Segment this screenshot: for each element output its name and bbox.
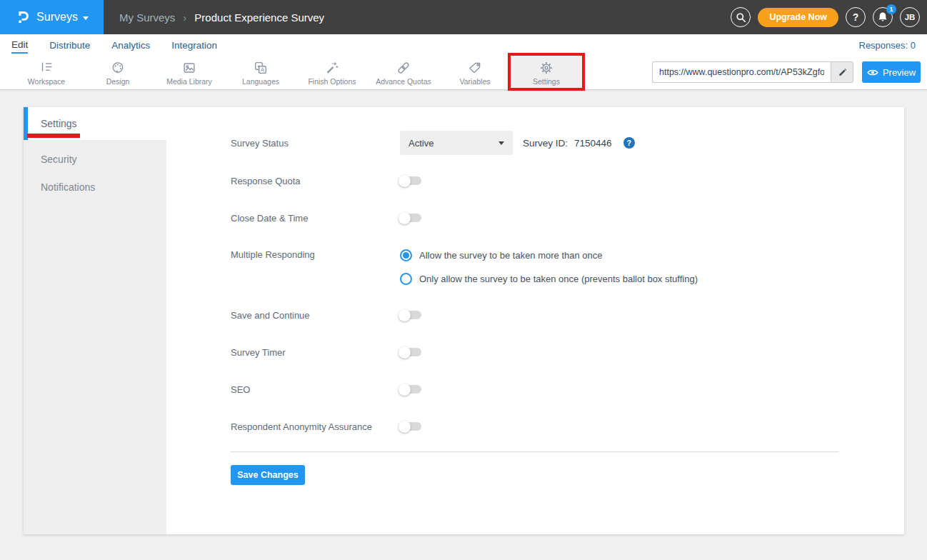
- svg-text:A: A: [261, 66, 264, 73]
- search-button[interactable]: [731, 7, 751, 27]
- save-and-continue-label: Save and Continue: [231, 310, 400, 321]
- survey-status-select[interactable]: Active: [400, 131, 513, 155]
- survey-subnav: Edit Distribute Analytics Integration Re…: [0, 34, 927, 56]
- toolbar-item-label: Settings: [533, 77, 560, 86]
- toolbar-item-design[interactable]: Design: [82, 56, 154, 89]
- sidebar-item-security[interactable]: Security: [24, 146, 166, 174]
- toolbar-item-languages[interactable]: ★ A Languages: [225, 56, 296, 89]
- languages-translate-icon: ★ A: [253, 60, 269, 76]
- response-quota-label: Response Quota: [231, 176, 400, 186]
- tab-integration[interactable]: Integration: [171, 34, 217, 56]
- annotation-red-underline: [27, 134, 80, 138]
- radio-option-once-only[interactable]: Only allow the survey to be taken once (…: [400, 272, 698, 285]
- toolbar-item-finish-options[interactable]: Finish Options: [296, 56, 368, 89]
- form-divider: [231, 451, 839, 452]
- survey-timer-row: Survey Timer: [231, 346, 421, 359]
- survey-status-label: Survey Status: [231, 138, 400, 149]
- bell-icon: [877, 11, 888, 23]
- survey-timer-toggle[interactable]: [400, 348, 421, 356]
- surveys-product-dropdown[interactable]: Surveys: [0, 0, 104, 34]
- search-icon: [736, 12, 746, 23]
- questionpro-logo-icon: [15, 9, 31, 26]
- save-changes-button[interactable]: Save Changes: [231, 465, 305, 485]
- response-quota-toggle[interactable]: [400, 176, 421, 185]
- topbar: Surveys My Surveys › Product Experience …: [0, 0, 927, 34]
- edit-url-button[interactable]: [831, 61, 853, 83]
- finish-options-wand-icon: [324, 60, 340, 76]
- survey-status-value: Active: [409, 138, 434, 149]
- toolbar-item-label: Design: [106, 77, 130, 86]
- respondent-anonymity-row: Respondent Anonymity Assurance: [231, 420, 421, 433]
- toolbar-item-label: Media Library: [166, 77, 212, 86]
- toolbar-item-variables[interactable]: Variables: [439, 56, 511, 89]
- save-and-continue-row: Save and Continue: [231, 309, 421, 321]
- settings-sidebar: Security Notifications: [24, 140, 166, 534]
- help-button[interactable]: ?: [846, 7, 866, 27]
- radio-selected-icon[interactable]: [400, 249, 412, 261]
- sidebar-item-settings[interactable]: Settings: [24, 107, 166, 140]
- toolbar-item-settings[interactable]: Settings: [511, 56, 582, 89]
- multiple-responding-label: Multiple Responding: [231, 249, 400, 261]
- tab-distribute[interactable]: Distribute: [49, 34, 90, 56]
- toolbar-item-advance-quotas[interactable]: Advance Quotas: [368, 56, 439, 89]
- responses-count: Responses: 0: [859, 40, 916, 51]
- share-url-input[interactable]: [652, 61, 831, 83]
- notification-badge: 1: [886, 4, 896, 14]
- tab-analytics[interactable]: Analytics: [111, 34, 150, 56]
- settings-gear-icon: [538, 60, 554, 76]
- breadcrumb-separator: ›: [183, 11, 186, 24]
- preview-button-label: Preview: [883, 67, 916, 78]
- pencil-icon: [838, 68, 847, 77]
- survey-timer-label: Survey Timer: [231, 347, 400, 358]
- preview-button[interactable]: Preview: [862, 61, 921, 83]
- sidebar-item-notifications[interactable]: Notifications: [24, 174, 166, 201]
- multiple-responding-row: Multiple Responding Allow the survey to …: [231, 249, 698, 285]
- upgrade-now-button[interactable]: Upgrade Now: [758, 8, 838, 27]
- close-date-time-row: Close Date & Time: [231, 211, 421, 224]
- design-palette-icon: [110, 60, 126, 76]
- toolbar-item-label: Workspace: [28, 77, 65, 86]
- response-quota-row: Response Quota: [231, 174, 421, 187]
- toolbar-item-label: Advance Quotas: [376, 77, 431, 86]
- radio-option-label[interactable]: Allow the survey to be taken more than o…: [419, 250, 603, 261]
- seo-toggle[interactable]: [400, 385, 421, 394]
- close-date-time-label: Close Date & Time: [231, 213, 400, 224]
- breadcrumb: My Surveys › Product Experience Survey: [119, 11, 324, 24]
- tab-edit[interactable]: Edit: [11, 36, 28, 54]
- breadcrumb-my-surveys[interactable]: My Surveys: [119, 11, 175, 24]
- toolbar-item-label: Languages: [242, 77, 279, 86]
- eye-icon: [867, 69, 878, 76]
- toolbar-item-workspace[interactable]: Workspace: [11, 56, 82, 89]
- workspace-icon: [39, 60, 54, 76]
- radio-unselected-icon[interactable]: [400, 273, 412, 285]
- survey-id-group: Survey ID: 7150446 ?: [523, 137, 635, 149]
- respondent-anonymity-toggle[interactable]: [400, 422, 421, 431]
- chevron-down-icon: [83, 16, 89, 20]
- multiple-responding-options: Allow the survey to be taken more than o…: [400, 249, 698, 285]
- notifications-button[interactable]: 1: [873, 7, 893, 27]
- breadcrumb-current-survey: Product Experience Survey: [194, 11, 324, 24]
- survey-id-value: 7150446: [574, 138, 612, 149]
- media-library-icon: [181, 60, 197, 76]
- survey-id-help-icon[interactable]: ?: [623, 137, 635, 149]
- variables-tag-icon: [467, 60, 483, 76]
- chevron-down-icon: [498, 141, 504, 145]
- radio-option-multiple-allowed[interactable]: Allow the survey to be taken more than o…: [400, 249, 698, 261]
- save-and-continue-toggle[interactable]: [400, 311, 421, 319]
- product-label: Surveys: [36, 11, 78, 24]
- radio-option-label[interactable]: Only allow the survey to be taken once (…: [419, 274, 698, 284]
- avatar[interactable]: JB: [900, 7, 920, 27]
- survey-id-label: Survey ID:: [523, 138, 568, 149]
- share-url-group: Preview: [652, 61, 921, 83]
- toolbar-item-label: Variables: [460, 77, 491, 86]
- survey-status-row: Survey Status Active Survey ID: 7150446 …: [231, 131, 635, 155]
- edit-toolbar: Workspace Design Media Library ★ A Langu…: [0, 56, 927, 90]
- advance-quotas-chain-icon: [396, 60, 411, 76]
- topbar-actions: Upgrade Now ? 1 JB: [731, 7, 927, 27]
- seo-row: SEO: [231, 383, 421, 396]
- respondent-anonymity-label: Respondent Anonymity Assurance: [231, 421, 400, 432]
- toolbar-item-media-library[interactable]: Media Library: [154, 56, 225, 89]
- seo-label: SEO: [231, 384, 400, 395]
- close-date-time-toggle[interactable]: [400, 214, 421, 222]
- toolbar-item-label: Finish Options: [308, 77, 356, 86]
